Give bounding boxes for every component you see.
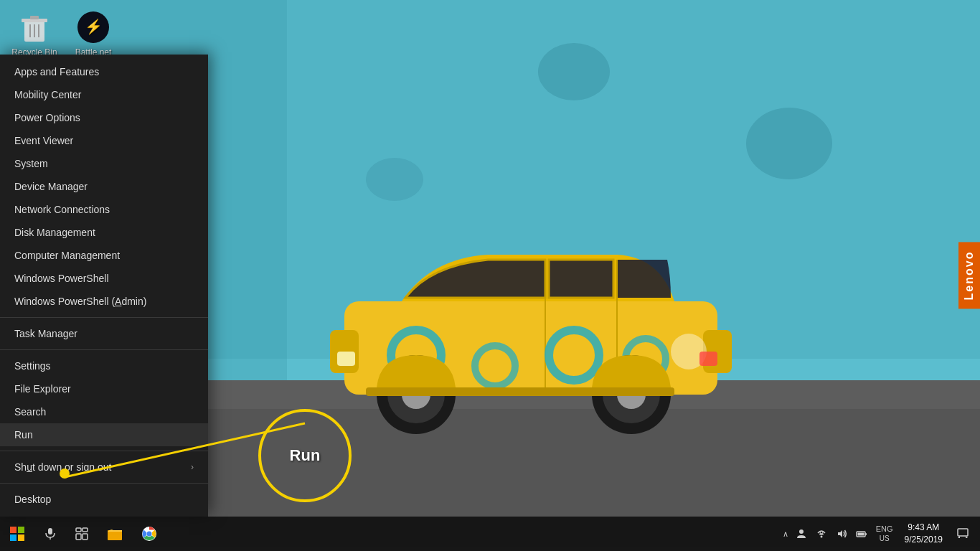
menu-item-computer-management[interactable]: Computer Management bbox=[0, 244, 208, 267]
desktop: Recycle Bin ⚡ Battle.net Cc Adobe CC Ps … bbox=[0, 0, 980, 551]
menu-separator-4 bbox=[0, 483, 208, 484]
recycle-bin-icon[interactable]: Recycle Bin bbox=[6, 7, 63, 60]
svg-point-5 bbox=[746, 108, 832, 179]
notification-center-button[interactable] bbox=[951, 517, 974, 551]
tray-people-icon[interactable] bbox=[793, 525, 810, 542]
taskbar-clock[interactable]: 9:43 AM 9/25/2019 bbox=[899, 522, 948, 546]
svg-point-59 bbox=[799, 529, 804, 534]
svg-rect-45 bbox=[10, 527, 17, 533]
svg-rect-29 bbox=[366, 387, 674, 396]
shutdown-submenu-arrow: › bbox=[191, 462, 194, 472]
battlenet-image: ⚡ bbox=[76, 10, 110, 44]
menu-separator-3 bbox=[0, 451, 208, 451]
menu-item-file-explorer[interactable]: File Explorer bbox=[0, 377, 208, 400]
svg-rect-47 bbox=[10, 534, 17, 541]
tray-volume-icon[interactable] bbox=[833, 525, 850, 542]
menu-item-settings[interactable]: Settings bbox=[0, 354, 208, 377]
lenovo-badge: Lenovo bbox=[958, 242, 980, 309]
menu-item-disk-management[interactable]: Disk Management bbox=[0, 221, 208, 244]
menu-item-power-options[interactable]: Power Options bbox=[0, 106, 208, 129]
svg-rect-27 bbox=[337, 352, 355, 366]
svg-rect-51 bbox=[76, 528, 81, 532]
svg-rect-52 bbox=[83, 528, 88, 532]
menu-item-shutdown[interactable]: Shut down or sign out › bbox=[0, 456, 208, 479]
run-annotation-circle: Run bbox=[258, 409, 352, 502]
chrome-taskbar-button[interactable] bbox=[133, 518, 165, 550]
menu-item-search[interactable]: Search bbox=[0, 400, 208, 423]
taskbar-apps bbox=[98, 518, 781, 550]
svg-rect-62 bbox=[865, 533, 867, 535]
menu-item-apps-features[interactable]: Apps and Features bbox=[0, 60, 208, 83]
start-button[interactable] bbox=[0, 517, 34, 551]
svg-rect-55 bbox=[108, 530, 122, 540]
svg-rect-49 bbox=[48, 528, 52, 534]
svg-point-4 bbox=[538, 43, 610, 100]
search-microphone-button[interactable] bbox=[34, 518, 66, 550]
taskbar: ∧ bbox=[0, 517, 980, 551]
menu-item-windows-powershell-admin[interactable]: Windows PowerShell (Admin) bbox=[0, 290, 208, 313]
tray-battery-icon[interactable] bbox=[853, 525, 870, 542]
svg-rect-53 bbox=[76, 534, 81, 540]
menu-item-device-manager[interactable]: Device Manager bbox=[0, 175, 208, 198]
svg-text:⚡: ⚡ bbox=[85, 18, 103, 35]
menu-item-system[interactable]: System bbox=[0, 152, 208, 175]
svg-rect-46 bbox=[18, 527, 24, 533]
menu-separator-2 bbox=[0, 349, 208, 350]
tray-overflow-button[interactable]: ∧ bbox=[781, 529, 790, 539]
svg-point-58 bbox=[147, 532, 152, 537]
menu-item-windows-powershell[interactable]: Windows PowerShell bbox=[0, 267, 208, 290]
svg-point-6 bbox=[366, 158, 423, 201]
win-x-context-menu: Apps and Features Mobility Center Power … bbox=[0, 55, 208, 517]
svg-rect-28 bbox=[699, 352, 717, 366]
system-tray: ∧ bbox=[781, 517, 980, 551]
recycle-bin-image bbox=[17, 10, 52, 44]
svg-rect-64 bbox=[958, 529, 968, 536]
menu-item-task-manager[interactable]: Task Manager bbox=[0, 322, 208, 345]
svg-rect-32 bbox=[30, 16, 39, 19]
svg-point-60 bbox=[820, 536, 822, 538]
language-code: ENG bbox=[876, 524, 893, 534]
menu-item-network-connections[interactable]: Network Connections bbox=[0, 198, 208, 221]
menu-item-desktop[interactable]: Desktop bbox=[0, 488, 208, 511]
run-annotation-label: Run bbox=[290, 446, 321, 465]
menu-item-mobility-center[interactable]: Mobility Center bbox=[0, 83, 208, 106]
menu-item-event-viewer[interactable]: Event Viewer bbox=[0, 129, 208, 152]
clock-time: 9:43 AM bbox=[908, 522, 939, 534]
svg-rect-12 bbox=[549, 260, 613, 298]
language-indicator[interactable]: ENG US bbox=[873, 524, 896, 542]
task-view-button[interactable] bbox=[66, 518, 98, 550]
menu-item-run[interactable]: Run bbox=[0, 423, 208, 446]
run-annotation-dot bbox=[60, 468, 70, 479]
file-explorer-taskbar-button[interactable] bbox=[99, 518, 131, 550]
menu-separator-1 bbox=[0, 317, 208, 318]
battlenet-icon[interactable]: ⚡ Battle.net bbox=[65, 7, 122, 60]
svg-rect-48 bbox=[18, 534, 24, 541]
region-code: US bbox=[876, 534, 893, 543]
tray-network-icon[interactable] bbox=[813, 525, 830, 542]
clock-date: 9/25/2019 bbox=[905, 534, 943, 546]
svg-rect-54 bbox=[83, 534, 88, 540]
svg-rect-63 bbox=[857, 533, 864, 536]
